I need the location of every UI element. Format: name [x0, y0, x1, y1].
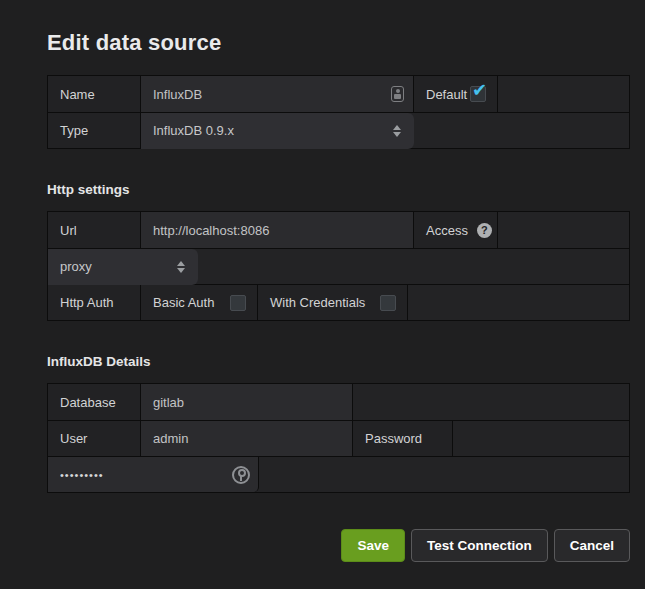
http-auth-row-filler — [408, 285, 629, 320]
password-field-cell — [48, 457, 259, 492]
database-field-cell — [141, 384, 353, 420]
up-down-arrows-icon — [177, 261, 185, 273]
password-input[interactable] — [48, 457, 258, 492]
name-label: Name — [48, 76, 141, 112]
url-row: Url Access ? — [48, 212, 629, 248]
name-field-cell — [141, 76, 414, 112]
with-credentials-cell: With Credentials — [258, 285, 408, 320]
password-row-filler — [259, 457, 629, 492]
default-label: Default — [426, 87, 467, 102]
user-row-filler — [453, 421, 629, 456]
action-buttons: Save Test Connection Cancel — [47, 529, 630, 562]
name-row-filler — [498, 76, 629, 112]
influxdb-details-table: Database User Password — [47, 383, 630, 493]
user-label: User — [48, 421, 141, 456]
cancel-button[interactable]: Cancel — [554, 529, 630, 562]
type-row-filler: InfluxDB 0.9.x — [141, 113, 629, 148]
with-credentials-label: With Credentials — [270, 295, 365, 310]
edit-data-source-page: Edit data source Name Default Type Influ… — [47, 30, 630, 562]
access-select-value: proxy — [60, 259, 92, 274]
type-select-value: InfluxDB 0.9.x — [153, 123, 234, 138]
url-field-cell — [141, 212, 414, 248]
type-label: Type — [48, 113, 141, 148]
basic-auth-cell: Basic Auth — [141, 285, 258, 320]
name-row: Name Default — [48, 76, 629, 112]
url-label: Url — [48, 212, 141, 248]
influxdb-details-heading: InfluxDB Details — [47, 354, 630, 369]
user-field-cell — [141, 421, 353, 456]
url-input[interactable] — [141, 212, 413, 248]
type-select[interactable]: InfluxDB 0.9.x — [141, 113, 414, 149]
http-auth-row: Http Auth Basic Auth With Credentials — [48, 284, 629, 320]
access-select-row: proxy — [48, 248, 629, 284]
basic-auth-label: Basic Auth — [153, 295, 214, 310]
http-settings-heading: Http settings — [47, 182, 630, 197]
password-row — [48, 456, 629, 492]
name-input[interactable] — [141, 76, 413, 112]
help-circle-icon[interactable]: ? — [477, 223, 492, 238]
test-connection-button[interactable]: Test Connection — [411, 529, 548, 562]
access-row-filler: proxy — [48, 249, 629, 284]
basic-auth-checkbox[interactable] — [230, 295, 246, 311]
default-cell: Default — [414, 76, 498, 112]
user-row: User Password — [48, 420, 629, 456]
up-down-arrows-icon — [393, 125, 401, 137]
url-row-filler — [498, 212, 629, 248]
save-button[interactable]: Save — [341, 529, 405, 562]
database-input[interactable] — [141, 384, 352, 420]
database-row: Database — [48, 384, 629, 420]
password-label: Password — [353, 421, 453, 456]
basic-settings-table: Name Default Type InfluxDB 0.9.x — [47, 75, 630, 149]
page-title: Edit data source — [47, 30, 630, 56]
key-circle-icon[interactable] — [232, 466, 250, 484]
database-label: Database — [48, 384, 141, 420]
autofill-contact-icon — [391, 86, 404, 102]
user-input[interactable] — [141, 421, 352, 456]
type-row: Type InfluxDB 0.9.x — [48, 112, 629, 148]
access-select[interactable]: proxy — [48, 249, 198, 285]
http-auth-label: Http Auth — [48, 285, 141, 320]
default-checkbox[interactable] — [470, 86, 486, 102]
http-settings-table: Url Access ? proxy Http Auth — [47, 211, 630, 321]
access-label: Access — [426, 223, 468, 238]
access-cell: Access ? — [414, 212, 498, 248]
database-row-filler — [353, 384, 629, 420]
with-credentials-checkbox[interactable] — [380, 295, 396, 311]
